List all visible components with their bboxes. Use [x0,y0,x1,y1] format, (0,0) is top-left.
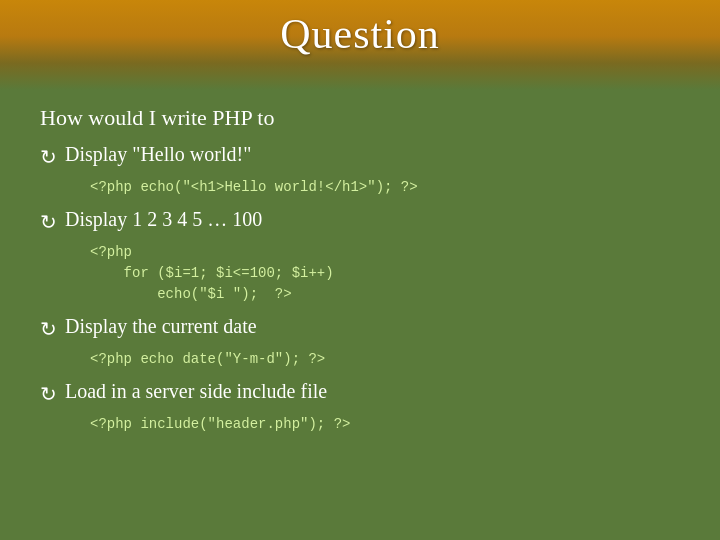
bullet-text-1: Display "Hello world!" [65,143,251,166]
bullet-text-2: Display 1 2 3 4 5 … 100 [65,208,262,231]
code-block-2: <?php for ($i=1; $i<=100; $i++) echo("$i… [90,242,700,305]
bullet-icon-1: ↻ [40,145,57,169]
code-block-4: <?php include("header.php"); ?> [90,414,700,435]
bullet-icon-4: ↻ [40,382,57,406]
content-area: How would I write PHP to ↻ Display "Hell… [40,105,700,520]
main-question: How would I write PHP to [40,105,700,131]
bullet-text-3: Display the current date [65,315,257,338]
slide-title: Question [280,11,440,57]
bullet-text-4: Load in a server side include file [65,380,327,403]
code-block-1: <?php echo("<h1>Hello world!</h1>"); ?> [90,177,700,198]
bullet-item-2: ↻ Display 1 2 3 4 5 … 100 [40,208,700,234]
bullet-icon-2: ↻ [40,210,57,234]
bullet-icon-3: ↻ [40,317,57,341]
title-area: Question [0,10,720,58]
bullet-item-1: ↻ Display "Hello world!" [40,143,700,169]
bullet-item-4: ↻ Load in a server side include file [40,380,700,406]
code-block-3: <?php echo date("Y-m-d"); ?> [90,349,700,370]
bullet-item-3: ↻ Display the current date [40,315,700,341]
